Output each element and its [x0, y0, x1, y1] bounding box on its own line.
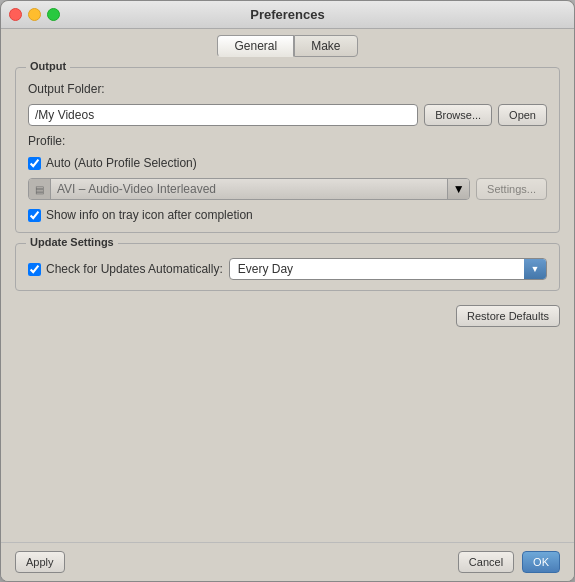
- profile-icon: ▤: [29, 179, 51, 199]
- bottom-right-buttons: Cancel OK: [458, 551, 560, 573]
- auto-profile-label: Auto (Auto Profile Selection): [46, 156, 197, 170]
- apply-button[interactable]: Apply: [15, 551, 65, 573]
- folder-input[interactable]: [28, 104, 418, 126]
- profile-row: ▤ AVI – Audio-Video Interleaved ▼ Settin…: [28, 178, 547, 200]
- bottom-bar: Apply Cancel OK: [1, 542, 574, 581]
- output-group-content: Output Folder: Browse... Open Profile: A…: [28, 82, 547, 222]
- auto-profile-checkbox-label[interactable]: Auto (Auto Profile Selection): [28, 156, 547, 170]
- auto-profile-checkbox[interactable]: [28, 157, 41, 170]
- ok-button[interactable]: OK: [522, 551, 560, 573]
- update-row: Check for Updates Automatically: Every D…: [28, 258, 547, 280]
- close-button[interactable]: [9, 8, 22, 21]
- minimize-button[interactable]: [28, 8, 41, 21]
- frequency-value: Every Day: [230, 262, 524, 276]
- frequency-dropdown[interactable]: Every Day: [229, 258, 547, 280]
- cancel-button[interactable]: Cancel: [458, 551, 514, 573]
- check-updates-label: Check for Updates Automatically:: [46, 262, 223, 276]
- profile-select-arrow[interactable]: ▼: [447, 179, 469, 199]
- settings-button[interactable]: Settings...: [476, 178, 547, 200]
- profile-select-text: AVI – Audio-Video Interleaved: [51, 182, 447, 196]
- open-button[interactable]: Open: [498, 104, 547, 126]
- check-updates-checkbox[interactable]: [28, 263, 41, 276]
- tab-make[interactable]: Make: [294, 35, 357, 57]
- profile-select[interactable]: ▤ AVI – Audio-Video Interleaved ▼: [28, 178, 470, 200]
- update-group-title: Update Settings: [26, 236, 118, 248]
- tab-general[interactable]: General: [217, 35, 294, 57]
- window-title: Preferences: [250, 7, 324, 22]
- update-group-content: Check for Updates Automatically: Every D…: [28, 258, 547, 280]
- check-updates-checkbox-label[interactable]: Check for Updates Automatically:: [28, 262, 223, 276]
- output-group: Output Output Folder: Browse... Open Pro…: [15, 67, 560, 233]
- output-group-title: Output: [26, 60, 70, 72]
- browse-button[interactable]: Browse...: [424, 104, 492, 126]
- restore-defaults-button[interactable]: Restore Defaults: [456, 305, 560, 327]
- title-bar: Preferences: [1, 1, 574, 29]
- show-info-label: Show info on tray icon after completion: [46, 208, 253, 222]
- maximize-button[interactable]: [47, 8, 60, 21]
- content-area: Output Output Folder: Browse... Open Pro…: [1, 57, 574, 542]
- folder-label: Output Folder:: [28, 82, 547, 96]
- show-info-checkbox[interactable]: [28, 209, 41, 222]
- profile-label: Profile:: [28, 134, 547, 148]
- folder-row: Browse... Open: [28, 104, 547, 126]
- window-controls: [9, 8, 60, 21]
- restore-row: Restore Defaults: [15, 305, 560, 327]
- frequency-arrow[interactable]: [524, 259, 546, 279]
- show-info-checkbox-label[interactable]: Show info on tray icon after completion: [28, 208, 547, 222]
- tabs-bar: General Make: [1, 29, 574, 57]
- preferences-window: Preferences General Make Output Output F…: [0, 0, 575, 582]
- update-group: Update Settings Check for Updates Automa…: [15, 243, 560, 291]
